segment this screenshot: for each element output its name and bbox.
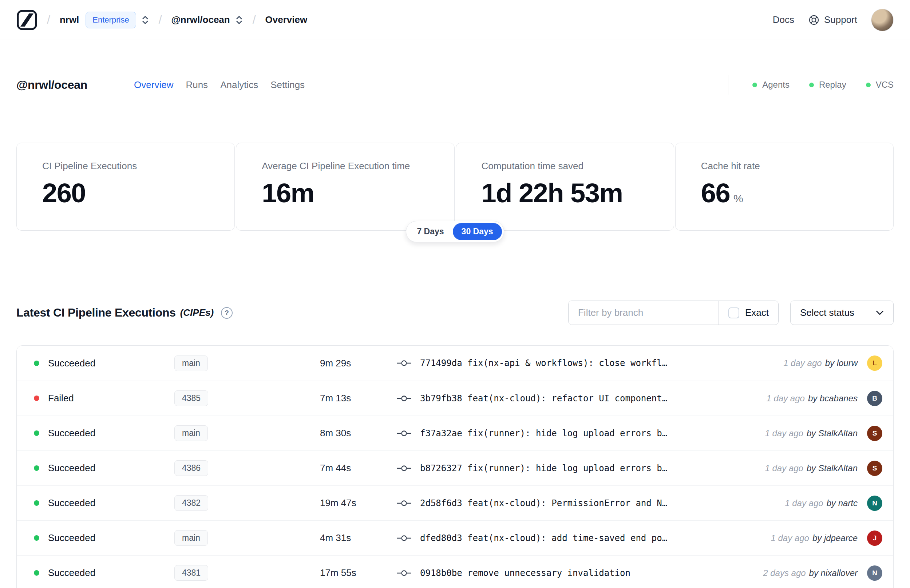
author-label: by nartc: [827, 498, 858, 508]
stat-card-executions: CI Pipeline Executions 260: [16, 143, 235, 231]
integration-label: Agents: [762, 80, 789, 90]
duration-label: 8m 30s: [320, 428, 397, 439]
author-avatar: N: [867, 496, 883, 511]
status-label: Failed: [48, 393, 74, 404]
commit-message: dfed80d3 feat(nx-cloud): add time-saved …: [420, 533, 667, 543]
section-title-note: (CIPEs): [180, 307, 214, 318]
meta-cell: 1 day ago by nartc: [785, 498, 858, 508]
meta-cell: 1 day ago by StalkAltan: [765, 428, 858, 438]
author-label: by bcabanes: [808, 393, 858, 404]
avatar-initial: L: [873, 359, 877, 367]
breadcrumb-workspace[interactable]: @nrwl/ocean: [171, 14, 230, 26]
table-row[interactable]: Succeeded 4381 17m 55s 0918b0be remove u…: [17, 555, 893, 588]
branch-badge[interactable]: main: [175, 530, 208, 546]
git-commit-icon: [397, 499, 411, 507]
tab-runs[interactable]: Runs: [186, 79, 208, 90]
status-dot-icon: [34, 360, 39, 366]
commit-cell: 3b79fb38 feat(nx-cloud): refactor UI com…: [397, 393, 758, 404]
integration-agents[interactable]: Agents: [752, 80, 789, 90]
commit-message: 0918b0be remove unnecessary invalidation: [420, 568, 630, 578]
meta-cell: 2 days ago by nixallover: [763, 568, 858, 578]
table-row[interactable]: Failed 4385 7m 13s 3b79fb38 feat(nx-clou…: [17, 381, 893, 415]
branch-badge[interactable]: main: [175, 355, 208, 371]
commit-message: b8726327 fix(runner): hide log upload er…: [420, 463, 667, 473]
cipe-section-header: Latest CI Pipeline Executions (CIPEs) ? …: [16, 300, 894, 325]
git-commit-icon: [397, 359, 411, 367]
status-cell: Succeeded: [34, 358, 175, 369]
time-ago-label: 1 day ago: [771, 533, 809, 543]
support-link[interactable]: Support: [808, 14, 857, 26]
branch-cell: 4385: [175, 391, 320, 406]
status-dot-icon: [34, 535, 39, 541]
meta-cell: 1 day ago by bcabanes: [766, 393, 858, 404]
enterprise-badge: Enterprise: [86, 11, 136, 28]
cipe-table: Succeeded main 9m 29s 771499da fix(nx-ap…: [16, 345, 894, 588]
branch-filter-input[interactable]: [569, 301, 719, 325]
time-ago-label: 1 day ago: [783, 358, 821, 368]
docs-link[interactable]: Docs: [773, 14, 794, 26]
breadcrumb-org[interactable]: nrwl: [60, 14, 79, 26]
branch-cell: 4382: [175, 495, 320, 511]
status-select-dropdown[interactable]: Select status: [790, 300, 894, 325]
git-commit-icon: [397, 394, 411, 402]
avatar-initial: N: [872, 499, 877, 507]
workspace-selector-chevrons-icon[interactable]: [235, 15, 243, 26]
range-option-30-days[interactable]: 30 Days: [453, 223, 502, 240]
table-row[interactable]: Succeeded 4386 7m 44s b8726327 fix(runne…: [17, 451, 893, 485]
author-avatar: S: [867, 426, 883, 441]
meta-cell: 1 day ago by jdpearce: [771, 533, 858, 543]
stat-value: 16m: [262, 178, 314, 208]
table-row[interactable]: Succeeded main 9m 29s 771499da fix(nx-ap…: [17, 346, 893, 381]
branch-filter-group: Exact: [568, 300, 779, 325]
table-row[interactable]: Succeeded 4382 19m 47s 2d58f6d3 feat(nx-…: [17, 485, 893, 520]
duration-label: 4m 31s: [320, 532, 397, 544]
author-label: by nixallover: [809, 568, 858, 578]
branch-badge[interactable]: 4382: [175, 495, 208, 511]
avatar-initial: J: [873, 534, 877, 542]
nx-cloud-logo-icon[interactable]: [16, 10, 37, 31]
user-avatar[interactable]: [871, 9, 894, 31]
help-icon[interactable]: ?: [221, 307, 233, 319]
table-row[interactable]: Succeeded main 8m 30s f37a32ae fix(runne…: [17, 415, 893, 451]
exact-label: Exact: [745, 307, 769, 318]
author-avatar: J: [867, 530, 883, 546]
status-label: Succeeded: [48, 532, 95, 544]
commit-cell: 771499da fix(nx-api & workflows): close …: [397, 358, 774, 368]
author-avatar: B: [867, 391, 883, 406]
git-commit-icon: [397, 464, 411, 472]
tab-settings[interactable]: Settings: [270, 79, 305, 90]
table-row[interactable]: Succeeded main 4m 31s dfed80d3 feat(nx-c…: [17, 520, 893, 555]
date-range-toggle: 7 Days 30 Days: [406, 221, 504, 242]
integration-replay[interactable]: Replay: [809, 80, 846, 90]
duration-label: 17m 55s: [320, 567, 397, 578]
integration-label: Replay: [819, 80, 846, 90]
support-label: Support: [824, 14, 857, 26]
commit-cell: 2d58f6d3 feat(nx-cloud): PermissionError…: [397, 498, 776, 508]
tab-overview[interactable]: Overview: [134, 79, 173, 90]
org-selector-chevrons-icon[interactable]: [141, 15, 149, 26]
branch-badge[interactable]: 4386: [175, 460, 208, 476]
stat-label: Average CI Pipeline Execution time: [262, 160, 440, 172]
git-commit-icon: [397, 534, 411, 542]
git-commit-icon: [397, 569, 411, 577]
exact-checkbox[interactable]: [728, 307, 739, 318]
tab-analytics[interactable]: Analytics: [220, 79, 258, 90]
branch-cell: 4386: [175, 460, 320, 476]
integration-vcs[interactable]: VCS: [866, 80, 894, 90]
git-commit-icon: [397, 430, 411, 437]
status-dot-icon: [34, 430, 39, 436]
status-dot-icon: [34, 500, 39, 506]
integration-status-list: Agents Replay VCS: [752, 80, 894, 90]
status-cell: Succeeded: [34, 428, 175, 439]
avatar-initial: B: [872, 394, 877, 402]
range-option-7-days[interactable]: 7 Days: [408, 223, 453, 240]
branch-badge[interactable]: 4381: [175, 565, 208, 581]
commit-message: 2d58f6d3 feat(nx-cloud): PermissionError…: [420, 498, 667, 508]
page-title: @nrwl/ocean: [16, 78, 87, 92]
meta-cell: 1 day ago by lourw: [783, 358, 858, 368]
status-label: Succeeded: [48, 358, 95, 369]
branch-badge[interactable]: main: [175, 425, 208, 441]
status-cell: Succeeded: [34, 567, 175, 578]
branch-badge[interactable]: 4385: [175, 391, 208, 406]
stat-card-cache-hit-rate: Cache hit rate 66%: [675, 143, 894, 231]
